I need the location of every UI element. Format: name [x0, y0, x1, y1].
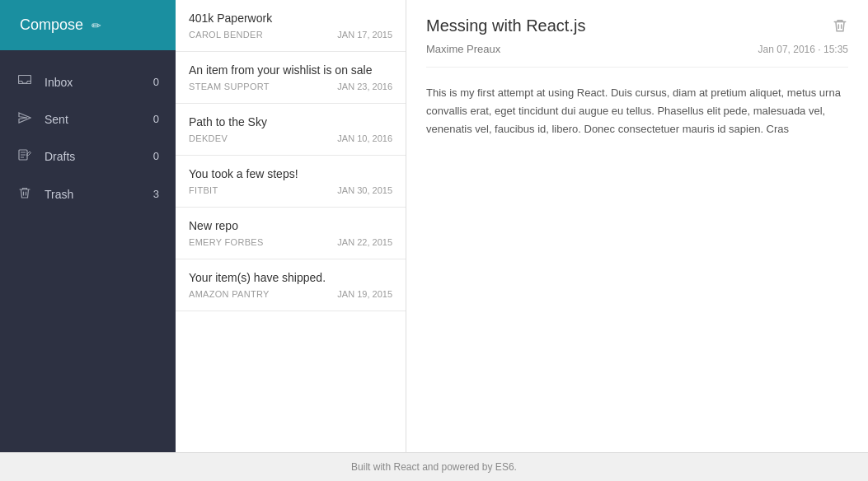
- email-meta: DEKDEV JAN 10, 2016: [189, 133, 392, 143]
- email-subject: 401k Paperwork: [189, 12, 392, 25]
- sidebar-item-drafts[interactable]: Drafts 0: [0, 138, 176, 175]
- email-subject: Your item(s) have shipped.: [189, 271, 392, 284]
- email-date: JAN 19, 2015: [337, 289, 392, 299]
- email-sender: AMAZON PANTRY: [189, 289, 270, 299]
- email-detail-panel: Messing with React.js Maxime Preaux Jan …: [406, 0, 868, 452]
- email-date: JAN 23, 2016: [337, 82, 392, 91]
- drafts-badge: 0: [146, 150, 159, 162]
- email-detail-from-row: Maxime Preaux Jan 07, 2016 · 15:35: [426, 43, 848, 68]
- email-list-item[interactable]: New repo EMERY FORBES JAN 22, 2015: [176, 208, 406, 259]
- email-date: JAN 30, 2015: [337, 185, 392, 195]
- email-sender: CAROL BENDER: [189, 30, 263, 40]
- compose-button[interactable]: Compose ✏: [0, 0, 176, 50]
- email-subject: You took a few steps!: [189, 167, 392, 180]
- email-detail-trash-button[interactable]: [832, 16, 848, 38]
- sidebar-nav: Inbox 0 Sent 0: [0, 63, 176, 213]
- svg-rect-0: [19, 76, 31, 84]
- email-list-item[interactable]: Path to the Sky DEKDEV JAN 10, 2016: [176, 104, 406, 156]
- sidebar: Compose ✏ Inbox 0: [0, 0, 176, 452]
- email-sender: FITBIT: [189, 185, 218, 195]
- sidebar-item-sent[interactable]: Sent 0: [0, 100, 176, 138]
- footer-text: Built with React and powered by ES6.: [351, 461, 517, 473]
- sent-icon: [16, 112, 33, 126]
- email-date: JAN 22, 2015: [337, 237, 392, 247]
- pencil-icon: ✏: [91, 19, 101, 32]
- email-list-item[interactable]: An item from your wishlist is on sale ST…: [176, 52, 406, 104]
- trash-badge: 3: [146, 188, 159, 200]
- inbox-label: Inbox: [45, 76, 146, 89]
- email-list-item[interactable]: You took a few steps! FITBIT JAN 30, 201…: [176, 156, 406, 208]
- sent-label: Sent: [45, 113, 146, 126]
- email-date: JAN 17, 2015: [337, 30, 392, 40]
- trash-label: Trash: [45, 188, 146, 201]
- email-meta: EMERY FORBES JAN 22, 2015: [189, 237, 392, 247]
- trash-icon: [16, 186, 33, 202]
- inbox-badge: 0: [146, 76, 159, 88]
- email-meta: CAROL BENDER JAN 17, 2015: [189, 30, 392, 40]
- email-meta: STEAM SUPPORT JAN 23, 2016: [189, 82, 392, 91]
- compose-label: Compose: [20, 16, 83, 34]
- email-sender: STEAM SUPPORT: [189, 82, 270, 91]
- email-meta: FITBIT JAN 30, 2015: [189, 185, 392, 195]
- footer: Built with React and powered by ES6.: [0, 452, 868, 481]
- email-detail-subject: Messing with React.js: [426, 16, 585, 35]
- drafts-label: Drafts: [45, 150, 146, 163]
- email-sender: DEKDEV: [189, 133, 228, 143]
- drafts-icon: [16, 149, 33, 163]
- inbox-icon: [16, 75, 33, 89]
- sidebar-item-trash[interactable]: Trash 3: [0, 175, 176, 213]
- email-list: 401k Paperwork CAROL BENDER JAN 17, 2015…: [176, 0, 406, 452]
- email-detail-datetime: Jan 07, 2016 · 15:35: [758, 44, 848, 55]
- email-detail-from: Maxime Preaux: [426, 43, 500, 55]
- email-sender: EMERY FORBES: [189, 237, 264, 247]
- email-subject: New repo: [189, 219, 392, 232]
- sent-badge: 0: [146, 113, 159, 125]
- email-meta: AMAZON PANTRY JAN 19, 2015: [189, 289, 392, 299]
- email-subject: An item from your wishlist is on sale: [189, 63, 392, 77]
- email-subject: Path to the Sky: [189, 115, 392, 128]
- email-detail-header: Messing with React.js: [426, 16, 848, 38]
- email-list-item[interactable]: Your item(s) have shipped. AMAZON PANTRY…: [176, 259, 406, 311]
- sidebar-item-inbox[interactable]: Inbox 0: [0, 63, 176, 100]
- email-date: JAN 10, 2016: [337, 133, 392, 143]
- email-detail-body: This is my first attempt at using React.…: [426, 84, 848, 138]
- email-list-item[interactable]: 401k Paperwork CAROL BENDER JAN 17, 2015: [176, 0, 406, 52]
